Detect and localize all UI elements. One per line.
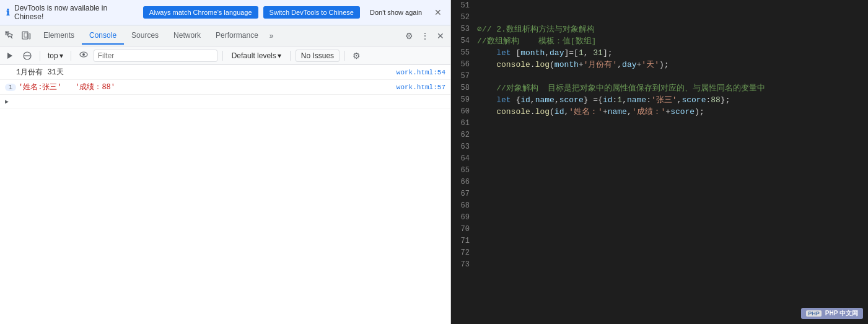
- code-line-68: 68: [451, 200, 868, 212]
- inspect-icon-button[interactable]: [2, 28, 17, 43]
- line-num-53: 53: [451, 24, 477, 35]
- code-line-53: 53 ⊘// 2.数组析构方法与对象解构: [451, 24, 868, 35]
- eye-icon: [79, 50, 88, 59]
- console-prompt-row: ▶: [0, 95, 450, 108]
- devtools-close-button[interactable]: ✕: [433, 28, 448, 43]
- console-link-1[interactable]: work.html:54: [397, 69, 445, 76]
- svg-marker-4: [7, 53, 12, 59]
- line-num-61: 61: [451, 118, 477, 129]
- php-badge: PHP PHP 中文网: [801, 308, 863, 319]
- console-output: 1月份有 31天 work.html:54 1 '姓名:张三' '成绩：88' …: [0, 65, 450, 324]
- code-line-56: 56 console.log(month+'月份有',day+'天');: [451, 59, 868, 71]
- console-settings-button[interactable]: ⚙: [350, 50, 363, 62]
- code-line-70: 70: [451, 224, 868, 235]
- line-num-60: 60: [451, 106, 477, 118]
- notification-close-button[interactable]: ✕: [432, 7, 444, 17]
- tab-performance[interactable]: Performance: [208, 27, 266, 45]
- dropdown-icon: ▾: [59, 51, 63, 60]
- log-levels-button[interactable]: Default levels ▾: [228, 50, 285, 61]
- device-icon-button[interactable]: [19, 28, 33, 43]
- line-code-59: let {id,name,score} ={id:1,name:'张三',sco…: [477, 94, 730, 106]
- levels-icon: ▾: [278, 51, 281, 60]
- code-line-61: 61: [451, 118, 868, 129]
- console-row-2: 1 '姓名:张三' '成绩：88' work.html:57: [0, 80, 450, 95]
- device-icon: [21, 31, 31, 41]
- line-num-70: 70: [451, 224, 477, 235]
- notification-bar: ℹ DevTools is now available in Chinese! …: [0, 0, 450, 25]
- code-line-69: 69: [451, 212, 868, 224]
- devtools-settings-button[interactable]: ⚙: [401, 28, 417, 43]
- log-count-2: 1: [5, 84, 16, 91]
- execute-button[interactable]: [2, 50, 17, 62]
- code-line-55: 55 let [month,day]=[1, 31];: [451, 47, 868, 59]
- line-code-60: console.log(id,'姓名：'+name,'成绩：'+score);: [477, 106, 704, 118]
- expand-icon[interactable]: ▶: [5, 98, 9, 105]
- code-line-54: 54 //数组解构 模板：值[数组]: [451, 35, 868, 47]
- context-selector[interactable]: top ▾: [45, 50, 66, 61]
- filter-input[interactable]: [94, 50, 217, 62]
- line-num-54: 54: [451, 35, 477, 47]
- line-num-73: 73: [451, 259, 477, 271]
- line-code-54: //数组解构 模板：值[数组]: [477, 35, 596, 47]
- line-num-66: 66: [451, 177, 477, 188]
- devtools-menu-button[interactable]: ⋮: [417, 28, 433, 43]
- tab-sources[interactable]: Sources: [124, 27, 166, 45]
- line-num-67: 67: [451, 188, 477, 200]
- match-language-button[interactable]: Always match Chrome's language: [143, 6, 258, 19]
- execute-icon: [6, 51, 14, 60]
- devtools-panel: ℹ DevTools is now available in Chinese! …: [0, 0, 451, 324]
- notification-text: DevTools is now available in Chinese!: [14, 4, 138, 21]
- console-text-1: 1月份有 31天: [16, 67, 394, 77]
- line-num-57: 57: [451, 71, 477, 82]
- line-num-65: 65: [451, 165, 477, 177]
- console-text-2: '姓名:张三' '成绩：88': [19, 82, 394, 92]
- tab-network[interactable]: Network: [166, 27, 208, 45]
- code-line-72: 72: [451, 247, 868, 259]
- tab-bar: Elements Console Sources Network Perform…: [0, 25, 450, 46]
- code-line-63: 63: [451, 141, 868, 153]
- code-line-58: 58 //对象解构 目标是把对象中的属性值保存到对应的、与属性同名的变量中: [451, 82, 868, 94]
- clear-button[interactable]: [20, 50, 35, 62]
- console-link-2[interactable]: work.html:57: [397, 84, 445, 91]
- svg-point-8: [82, 53, 85, 56]
- line-num-68: 68: [451, 200, 477, 212]
- tab-console[interactable]: Console: [82, 27, 124, 45]
- code-line-67: 67: [451, 188, 868, 200]
- code-line-51: 51: [451, 0, 868, 12]
- code-panel: 51 52 53 ⊘// 2.数组析构方法与对象解构 54 //数组解构 模板：…: [451, 0, 868, 324]
- issues-button[interactable]: No Issues: [296, 50, 340, 62]
- code-content: 51 52 53 ⊘// 2.数组析构方法与对象解构 54 //数组解构 模板：…: [451, 0, 868, 324]
- info-icon: ℹ: [6, 7, 9, 17]
- code-line-64: 64: [451, 153, 868, 165]
- levels-label: Default levels: [232, 51, 276, 60]
- php-badge-text: PHP 中文网: [825, 309, 858, 318]
- line-code-56: console.log(month+'月份有',day+'天');: [477, 59, 669, 71]
- console-row-1: 1月份有 31天 work.html:54: [0, 65, 450, 80]
- code-line-60: 60 console.log(id,'姓名：'+name,'成绩：'+score…: [451, 106, 868, 118]
- line-num-56: 56: [451, 59, 477, 71]
- line-num-64: 64: [451, 153, 477, 165]
- custom-ui-button[interactable]: [76, 48, 91, 63]
- line-num-51: 51: [451, 0, 477, 12]
- tab-elements[interactable]: Elements: [36, 27, 82, 45]
- line-code-53: ⊘// 2.数组析构方法与对象解构: [477, 24, 595, 35]
- line-code-55: let [month,day]=[1, 31];: [477, 47, 613, 59]
- clear-icon: [23, 51, 32, 60]
- line-num-59: 59: [451, 94, 477, 106]
- code-line-66: 66: [451, 177, 868, 188]
- code-line-62: 62: [451, 129, 868, 141]
- switch-devtools-button[interactable]: Switch DevTools to Chinese: [263, 6, 360, 19]
- line-num-55: 55: [451, 47, 477, 59]
- code-line-57: 57: [451, 71, 868, 82]
- line-num-58: 58: [451, 82, 477, 94]
- code-line-65: 65: [451, 165, 868, 177]
- line-num-69: 69: [451, 212, 477, 224]
- code-line-52: 52: [451, 12, 868, 24]
- dont-show-again-button[interactable]: Don't show again: [365, 6, 427, 19]
- svg-rect-3: [29, 33, 30, 39]
- line-num-52: 52: [451, 12, 477, 24]
- context-label: top: [48, 51, 58, 60]
- tab-icons: [2, 28, 33, 43]
- line-num-63: 63: [451, 141, 477, 153]
- tab-more-button[interactable]: »: [266, 29, 278, 43]
